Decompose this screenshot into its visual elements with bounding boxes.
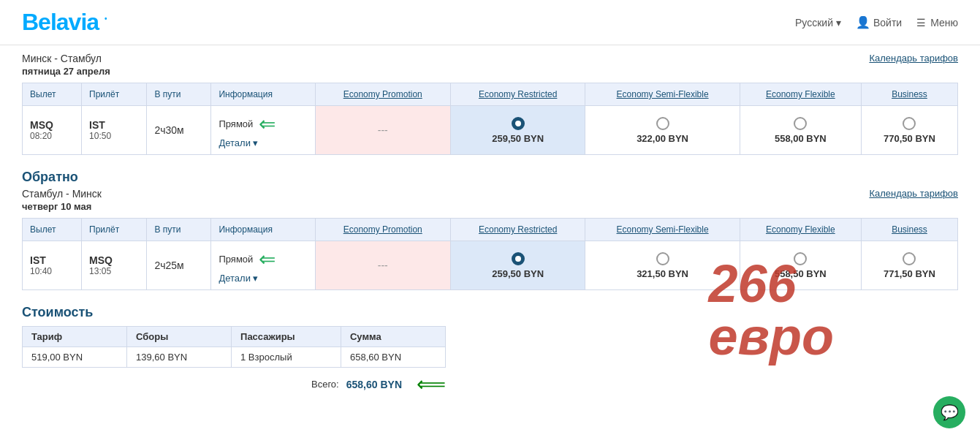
return-flex-cell[interactable]: 558,50 BYN — [740, 241, 861, 290]
page-header: Belavia • Русский ▾ 👤 Войти ☰ Меню — [0, 0, 980, 45]
return-business-cell[interactable]: 771,50 BYN — [861, 241, 957, 290]
return-restricted-cell[interactable]: 259,50 BYN — [450, 241, 585, 290]
outbound-route: Минск - Стамбул — [22, 53, 110, 64]
return-promo-cell[interactable]: --- — [315, 241, 450, 290]
return-restricted-price: 259,50 BYN — [492, 268, 544, 279]
logo-text: Belavia — [22, 9, 99, 35]
return-restricted-radio[interactable] — [512, 252, 525, 265]
col-header-restricted[interactable]: Economy Restricted — [450, 83, 585, 106]
cost-section: Стоимость Тариф Сборы Пассажиры Сумма 51… — [22, 305, 958, 396]
ret-col-header-restricted[interactable]: Economy Restricted — [450, 219, 585, 241]
user-icon: 👤 — [856, 15, 870, 29]
return-semiflex-cell[interactable]: 321,50 BYN — [585, 241, 740, 290]
col-header-dur: В пути — [147, 83, 211, 106]
outbound-restricted-cell[interactable]: 259,50 BYN — [450, 106, 585, 155]
outbound-details-link[interactable]: Детали ▾ — [219, 137, 307, 148]
outbound-business-radio[interactable] — [903, 117, 916, 130]
return-flex-radio[interactable] — [794, 252, 807, 265]
outbound-flex-price: 558,00 BYN — [775, 133, 827, 144]
col-header-semiflex[interactable]: Economy Semi-Flexible — [585, 83, 740, 106]
ret-col-header-info: Информация — [211, 219, 315, 241]
total-arrow-icon: ⟸ — [417, 372, 446, 396]
outbound-dep-time: 08:20 — [30, 131, 74, 141]
outbound-semiflex-cell[interactable]: 322,00 BYN — [585, 106, 740, 155]
ret-col-header-business[interactable]: Business — [861, 219, 957, 241]
total-value: 658,60 BYN — [346, 379, 402, 390]
cost-col-sum: Сумма — [341, 327, 445, 347]
return-date: четверг 10 мая — [22, 201, 102, 212]
return-calendar-link[interactable]: Календарь тарифов — [869, 188, 958, 199]
outbound-business-price: 770,50 BYN — [884, 133, 935, 144]
outbound-arrow-icon: ⇐ — [259, 112, 276, 136]
col-header-dep: Вылет — [23, 83, 82, 106]
return-promo-price: --- — [378, 260, 388, 271]
ret-col-header-flex[interactable]: Economy Flexible — [740, 219, 861, 241]
language-selector[interactable]: Русский ▾ — [795, 17, 841, 29]
return-info: Прямой ⇐ Детали ▾ — [211, 241, 315, 290]
header-right: Русский ▾ 👤 Войти ☰ Меню — [795, 15, 958, 29]
cost-row: 519,00 BYN 139,60 BYN 1 Взрослый 658,60 … — [23, 347, 446, 368]
outbound-direct-text: Прямой — [219, 118, 253, 129]
menu-label: Меню — [930, 17, 958, 29]
outbound-arr-code: IST — [89, 119, 139, 131]
outbound-business-cell[interactable]: 770,50 BYN — [861, 106, 957, 155]
return-duration: 2ч25м — [147, 241, 211, 290]
outbound-calendar-link[interactable]: Календарь тарифов — [869, 53, 958, 64]
cost-tariff: 519,00 BYN — [23, 347, 127, 368]
outbound-flex-radio[interactable] — [794, 117, 807, 130]
ret-col-header-promo[interactable]: Economy Promotion — [315, 219, 450, 241]
return-section-title: Обратно — [22, 170, 958, 185]
menu-button[interactable]: ☰ Меню — [916, 17, 958, 29]
col-header-arr: Прилёт — [82, 83, 147, 106]
outbound-details-label: Детали — [219, 137, 251, 148]
cost-col-tariff: Тариф — [23, 327, 127, 347]
return-flex-price: 558,50 BYN — [775, 268, 827, 279]
return-arr-time: 13:05 — [89, 266, 139, 276]
outbound-flex-cell[interactable]: 558,00 BYN — [740, 106, 861, 155]
chevron-down-icon: ▾ — [253, 137, 258, 148]
outbound-promo-price: --- — [378, 124, 388, 136]
login-label: Войти — [873, 17, 902, 29]
outbound-semiflex-price: 322,00 BYN — [637, 133, 688, 144]
return-details-label: Детали — [219, 273, 251, 284]
return-semiflex-radio[interactable] — [656, 252, 669, 265]
col-header-info: Информация — [211, 83, 315, 106]
outbound-dep: MSQ 08:20 — [23, 106, 82, 155]
return-semiflex-price: 321,50 BYN — [637, 268, 688, 279]
return-details-link[interactable]: Детали ▾ — [219, 273, 307, 284]
outbound-restricted-price: 259,50 BYN — [492, 133, 544, 144]
outbound-flight-table: Вылет Прилёт В пути Информация Economy P… — [22, 83, 958, 155]
return-flight-table: Вылет Прилёт В пути Информация Economy P… — [22, 218, 958, 290]
outbound-restricted-radio[interactable] — [512, 117, 525, 130]
outbound-date: пятница 27 апреля — [22, 66, 110, 77]
total-label: Всего: — [311, 379, 339, 390]
cost-table: Тариф Сборы Пассажиры Сумма 519,00 BYN 1… — [22, 326, 446, 368]
col-header-business[interactable]: Business — [861, 83, 957, 106]
return-business-radio[interactable] — [903, 252, 916, 265]
chat-icon: 💬 — [941, 404, 959, 418]
cost-col-passengers: Пассажиры — [232, 327, 341, 347]
col-header-promo[interactable]: Economy Promotion — [315, 83, 450, 106]
ret-col-header-semiflex[interactable]: Economy Semi-Flexible — [585, 219, 740, 241]
return-dep: IST 10:40 — [23, 241, 82, 290]
cost-title: Стоимость — [22, 305, 958, 320]
return-business-price: 771,50 BYN — [884, 268, 935, 279]
return-direct-text: Прямой — [219, 254, 253, 265]
return-arr-code: MSQ — [89, 254, 139, 266]
outbound-promo-cell[interactable]: --- — [315, 106, 450, 155]
outbound-semiflex-radio[interactable] — [656, 117, 669, 130]
col-header-flex[interactable]: Economy Flexible — [740, 83, 861, 106]
return-flight-row: IST 10:40 MSQ 13:05 2ч25м Прямой ⇐ — [23, 241, 958, 290]
outbound-section: Минск - Стамбул пятница 27 апреля Календ… — [22, 53, 958, 155]
total-row: Всего: 658,60 BYN ⟸ — [22, 372, 446, 396]
cost-passengers: 1 Взрослый — [232, 347, 341, 368]
outbound-dep-code: MSQ — [30, 119, 74, 131]
outbound-flight-row: MSQ 08:20 IST 10:50 2ч30м Прямой ⇐ — [23, 106, 958, 155]
return-dep-time: 10:40 — [30, 266, 74, 276]
return-dep-code: IST — [30, 254, 74, 266]
login-button[interactable]: 👤 Войти — [856, 15, 902, 29]
return-section: Обратно Стамбул - Минск четверг 10 мая К… — [22, 170, 958, 290]
chevron-down-icon: ▾ — [836, 17, 841, 29]
cost-fees: 139,60 BYN — [127, 347, 232, 368]
cost-col-fees: Сборы — [127, 327, 232, 347]
